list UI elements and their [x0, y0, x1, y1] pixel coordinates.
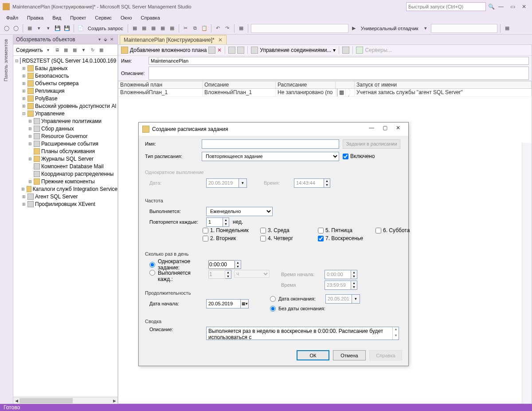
- expander-icon[interactable]: ⊞: [21, 194, 26, 199]
- tree-node[interactable]: ⊞Журналы SQL Server: [13, 155, 117, 162]
- tb-combo-1[interactable]: [251, 24, 348, 33]
- restore-button[interactable]: ▭: [507, 4, 518, 10]
- nav-back-icon[interactable]: ◯: [3, 24, 11, 32]
- tree-node[interactable]: ⊞Репликация: [13, 87, 117, 95]
- tree-node[interactable]: ⊞PolyBase: [13, 95, 117, 102]
- scroll-thumb[interactable]: [20, 398, 73, 403]
- day-checkbox-input[interactable]: [318, 228, 324, 233]
- cancel-button[interactable]: Отмена: [333, 350, 366, 360]
- expander-icon[interactable]: ⊞: [21, 81, 26, 86]
- expander-icon[interactable]: ⊞: [21, 187, 25, 191]
- tree-root[interactable]: ⊟ RDS2TEST (SQL Server 14.0.1000.169 - A: [13, 57, 117, 64]
- day-checkbox-input[interactable]: [203, 236, 208, 241]
- dur-start-input[interactable]: [206, 299, 241, 308]
- grid-icon-2[interactable]: [237, 47, 244, 54]
- grid-icon-1[interactable]: [228, 47, 235, 54]
- daily-once-radio[interactable]: [149, 262, 155, 268]
- calendar-icon[interactable]: ▦▾: [241, 299, 249, 308]
- scroll-right-icon[interactable]: ▶: [111, 397, 117, 404]
- tree-node[interactable]: ⊟Управление: [13, 110, 117, 117]
- day-checkbox[interactable]: 1. Понедельник: [203, 227, 260, 233]
- spin-up-icon[interactable]: ▲: [223, 218, 229, 222]
- tree-node[interactable]: ⊞Resource Governor: [13, 132, 117, 140]
- menu-file[interactable]: Файл: [2, 14, 23, 21]
- misc-icon[interactable]: ▦: [237, 24, 245, 32]
- tree-node[interactable]: ⊞Агент SQL Server: [13, 193, 117, 200]
- freq-exec-select[interactable]: Еженедельно: [206, 207, 273, 216]
- tab-close-icon[interactable]: ✕: [218, 37, 223, 43]
- collapse-icon[interactable]: ⊟: [15, 59, 19, 63]
- chevron-down-icon[interactable]: ▾: [422, 24, 430, 32]
- tree-node[interactable]: Компонент Database Mail: [13, 162, 117, 170]
- day-checkbox[interactable]: 7. Воскресенье: [318, 235, 376, 241]
- panel-pin-icon[interactable]: ⬙: [102, 37, 109, 42]
- close-button[interactable]: ✕: [519, 4, 529, 10]
- tree-node[interactable]: ⊞Профилировщик XEvent: [13, 200, 117, 208]
- tb-icon-end[interactable]: ▦: [503, 24, 511, 32]
- day-checkbox[interactable]: 5. Пятница: [318, 227, 376, 233]
- redo-icon[interactable]: ↷: [223, 24, 231, 32]
- open-icon[interactable]: ▾: [35, 24, 43, 32]
- tree-node[interactable]: Планы обслуживания: [13, 147, 117, 155]
- day-checkbox[interactable]: 3. Среда: [260, 227, 318, 233]
- expander-icon[interactable]: ⊞: [27, 179, 32, 184]
- manage-connections-button[interactable]: Управление соединениями...: [260, 47, 331, 53]
- subplan-row[interactable]: ВложенныйПлан_1 ВложенныйПлан_1 Не запла…: [118, 89, 532, 97]
- summary-scrollbar[interactable]: ▴▾: [392, 327, 399, 340]
- dialog-close-button[interactable]: ✕: [391, 125, 405, 134]
- subplan-prop-icon[interactable]: [208, 47, 215, 54]
- schedule-calendar-button[interactable]: ▦: [337, 89, 346, 96]
- tree-node[interactable]: ⊞Высокий уровень доступности Al: [13, 102, 117, 110]
- tb-icon-3[interactable]: ▦: [149, 24, 157, 32]
- nav-fwd-icon[interactable]: ◯: [12, 24, 20, 32]
- tree-node[interactable]: ⊞Сбор данных: [13, 125, 117, 132]
- expander-icon[interactable]: ⊞: [21, 202, 26, 206]
- tree-node[interactable]: ⊞Каталоги служб Integration Service: [13, 185, 117, 193]
- daily-every-radio[interactable]: [149, 270, 155, 276]
- chevron-down-icon[interactable]: ▾: [333, 47, 336, 53]
- expander-icon[interactable]: ⊞: [27, 126, 32, 131]
- freq-every-input[interactable]: [206, 217, 223, 227]
- tb-icon-1[interactable]: ▦: [131, 24, 139, 32]
- panel-close-icon[interactable]: ✕: [109, 37, 115, 42]
- expander-icon[interactable]: ⊞: [21, 66, 26, 71]
- expander-icon[interactable]: ⊞: [21, 74, 26, 78]
- save-icon[interactable]: 💾: [54, 24, 62, 32]
- expander-icon[interactable]: ⊞: [27, 157, 32, 161]
- menu-service[interactable]: Сервис: [90, 14, 116, 21]
- tb-combo-2[interactable]: [431, 24, 497, 33]
- delete-icon[interactable]: ✕: [217, 47, 222, 53]
- dur-end-radio[interactable]: [270, 296, 276, 302]
- day-checkbox[interactable]: 6. Суббота: [376, 227, 433, 233]
- menu-project[interactable]: Проект: [66, 14, 90, 21]
- tree-node[interactable]: ⊞Расширенные события: [13, 140, 117, 147]
- folder-icon[interactable]: ▾: [44, 24, 52, 32]
- menu-window[interactable]: Окно: [116, 14, 137, 21]
- dialog-maximize-button[interactable]: ▢: [378, 125, 391, 134]
- enabled-checkbox[interactable]: Включено: [343, 153, 396, 159]
- chevron-down-icon[interactable]: ▾: [45, 47, 52, 52]
- daily-once-time-input[interactable]: [208, 260, 235, 269]
- day-checkbox-input[interactable]: [260, 228, 266, 233]
- tree-node[interactable]: Координатор распределенны: [13, 170, 117, 178]
- minimize-button[interactable]: —: [496, 4, 506, 10]
- tab-maintenance-plan[interactable]: MaintenancePlan [Конструирование]* ✕: [120, 35, 227, 44]
- expander-icon[interactable]: ⊞: [27, 134, 32, 138]
- expander-icon[interactable]: ⊞: [21, 104, 26, 108]
- menu-edit[interactable]: Правка: [23, 14, 48, 21]
- expander-icon[interactable]: ⊞: [21, 89, 26, 93]
- tree-node[interactable]: ⊞Базы данных: [13, 64, 117, 72]
- cut-icon[interactable]: ✂: [182, 24, 190, 32]
- day-checkbox-input[interactable]: [376, 228, 381, 233]
- day-checkbox-input[interactable]: [203, 228, 208, 233]
- spin-down-icon[interactable]: ▼: [235, 265, 241, 269]
- oe-icon-1[interactable]: 🖥: [54, 47, 61, 52]
- tree-node[interactable]: ⊞Управление политиками: [13, 117, 117, 125]
- expander-icon[interactable]: ⊞: [21, 96, 26, 101]
- new-icon[interactable]: ▦: [26, 24, 34, 32]
- dur-noend-radio[interactable]: [270, 306, 276, 312]
- menu-view[interactable]: Вид: [48, 14, 66, 21]
- search-icon[interactable]: 🔍: [488, 4, 495, 10]
- panel-dropdown-icon[interactable]: ▾: [96, 37, 102, 42]
- day-checkbox-input[interactable]: [318, 236, 324, 241]
